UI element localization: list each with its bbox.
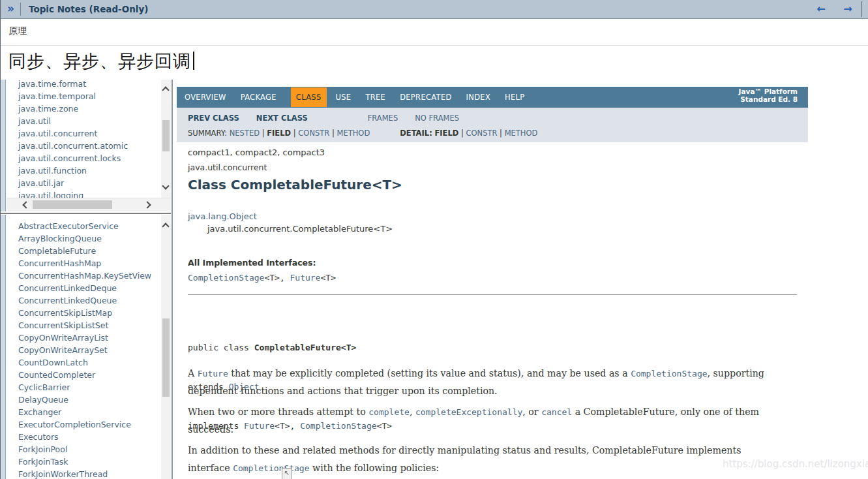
- scroll-down-icon[interactable]: [162, 182, 169, 189]
- package-list-item[interactable]: java.time.format: [7, 80, 155, 90]
- hierarchy-leaf: java.util.concurrent.CompletableFuture<T…: [207, 224, 393, 234]
- package-name: java.util.concurrent: [188, 162, 267, 172]
- titlebar-separator: [20, 3, 21, 16]
- completeexceptionally-method-link[interactable]: completeExceptionally: [415, 407, 522, 417]
- class-list-item[interactable]: CopyOnWriteArraySet: [7, 344, 155, 356]
- future-link[interactable]: Future: [290, 273, 321, 283]
- implemented-interfaces-list: CompletionStage<T>, Future<T>: [188, 273, 336, 283]
- frame-left-margin: [1, 80, 6, 479]
- package-list-item[interactable]: java.util.concurrent.atomic: [7, 140, 155, 152]
- package-horizontal-scrollbar[interactable]: [7, 198, 171, 211]
- class-list-item[interactable]: Executors: [7, 431, 155, 443]
- javadoc-content: compact1, compact2, compact3 java.util.c…: [173, 80, 868, 479]
- scroll-up-icon[interactable]: [162, 86, 169, 93]
- class-list-item[interactable]: ConcurrentSkipListMap: [7, 307, 155, 319]
- package-list-item[interactable]: java.util: [7, 115, 155, 127]
- class-list-item[interactable]: ConcurrentLinkedDeque: [7, 282, 155, 294]
- note-title-input[interactable]: 同步、异步、异步回调: [8, 50, 194, 73]
- package-list-frame: java.time.formatjava.time.temporaljava.t…: [7, 80, 171, 211]
- scroll-thumb[interactable]: [162, 318, 170, 397]
- class-list-item[interactable]: ForkJoinTask: [7, 456, 155, 468]
- scroll-right-icon[interactable]: [143, 201, 151, 208]
- class-list-item[interactable]: AbstractExecutorService: [7, 220, 155, 232]
- package-list: java.time.formatjava.time.temporaljava.t…: [7, 80, 155, 202]
- complete-method-link[interactable]: complete: [368, 407, 410, 417]
- note-title-text: 同步、异步、异步回调: [8, 51, 191, 71]
- implemented-interfaces-label: All Implemented Interfaces:: [188, 258, 316, 268]
- future-link[interactable]: Future: [198, 369, 228, 379]
- class-title: Class CompletableFuture<T>: [188, 177, 402, 193]
- horizontal-rule: [188, 294, 797, 295]
- class-vertical-scrollbar[interactable]: [161, 215, 171, 479]
- class-list-item[interactable]: DelayQueue: [7, 394, 155, 406]
- compact-profiles: compact1, compact2, compact3: [188, 147, 325, 157]
- class-list-item[interactable]: ForkJoinWorkerThread: [7, 468, 155, 479]
- package-list-item[interactable]: java.util.concurrent.locks: [7, 152, 155, 164]
- package-list-item[interactable]: java.util.jar: [7, 177, 155, 189]
- class-list-item[interactable]: ConcurrentLinkedQueue: [7, 294, 155, 307]
- class-list-item[interactable]: ArrayBlockingQueue: [7, 232, 155, 245]
- page: » Topic Notes (Read-Only) ← → 原理 同步、异步、异…: [0, 0, 868, 479]
- javadoc-main-frame: OVERVIEW PACKAGE CLASS USE TREE DEPRECAT…: [173, 80, 868, 479]
- class-list-item[interactable]: ConcurrentHashMap: [7, 257, 155, 270]
- javadoc-frameset: java.time.formatjava.time.temporaljava.t…: [1, 80, 868, 479]
- scroll-left-icon[interactable]: [22, 201, 29, 208]
- package-list-item[interactable]: java.util.concurrent: [7, 127, 155, 140]
- note-field-label: 原理: [8, 25, 27, 37]
- description-paragraph-3: In addition to these and related methods…: [188, 442, 770, 477]
- package-vertical-scrollbar[interactable]: [161, 80, 171, 198]
- class-list-item[interactable]: ForkJoinPool: [7, 443, 155, 456]
- note-meta-row: 原理: [1, 20, 868, 46]
- cancel-method-link[interactable]: cancel: [541, 407, 572, 417]
- back-arrow-icon[interactable]: ←: [816, 3, 825, 15]
- class-list-item[interactable]: CompletableFuture: [7, 245, 155, 257]
- class-list-item[interactable]: CountDownLatch: [7, 356, 155, 369]
- text-caret: [193, 52, 194, 70]
- app-titlebar: » Topic Notes (Read-Only) ← →: [1, 0, 868, 19]
- scroll-up-icon[interactable]: [162, 223, 169, 230]
- titlebar-right-separator: [861, 1, 862, 17]
- class-list-item[interactable]: ExecutorCompletionService: [7, 418, 155, 431]
- package-list-item[interactable]: java.util.function: [7, 164, 155, 177]
- completionstage-link[interactable]: CompletionStage: [233, 463, 309, 473]
- forward-arrow-icon[interactable]: →: [844, 3, 852, 15]
- resize-corner-icon[interactable]: ↖: [282, 468, 292, 479]
- class-list-item[interactable]: ConcurrentHashMap.KeySetView: [7, 270, 155, 282]
- class-list-item[interactable]: CopyOnWriteArrayList: [7, 332, 155, 344]
- package-list-item[interactable]: java.time.temporal: [7, 90, 155, 102]
- scroll-thumb[interactable]: [162, 120, 170, 151]
- package-list-item[interactable]: java.time.zone: [7, 102, 155, 115]
- completionstage-link[interactable]: CompletionStage: [631, 369, 707, 379]
- class-list-item[interactable]: Exchanger: [7, 406, 155, 418]
- window-title: Topic Notes (Read-Only): [29, 4, 148, 14]
- completionstage-link[interactable]: CompletionStage: [188, 273, 264, 283]
- class-list-item[interactable]: ConcurrentSkipListSet: [7, 319, 155, 332]
- hierarchy-object-link[interactable]: java.lang.Object: [188, 211, 257, 221]
- class-list-item[interactable]: CountedCompleter: [7, 369, 155, 381]
- scroll-thumb[interactable]: [33, 200, 112, 209]
- description-paragraph-2: When two or more threads attempt to comp…: [188, 403, 770, 439]
- csdn-watermark: https://blog.csdn.net/lizongxiao: [723, 458, 868, 470]
- class-list-frame: AbstractExecutorServiceArrayBlockingQueu…: [7, 215, 171, 479]
- class-list-item[interactable]: CyclicBarrier: [7, 381, 155, 394]
- class-list: AbstractExecutorServiceArrayBlockingQueu…: [7, 220, 155, 479]
- expand-sidebar-icon[interactable]: »: [7, 2, 14, 15]
- description-paragraph-1: A Future that may be explicitly complete…: [188, 365, 770, 400]
